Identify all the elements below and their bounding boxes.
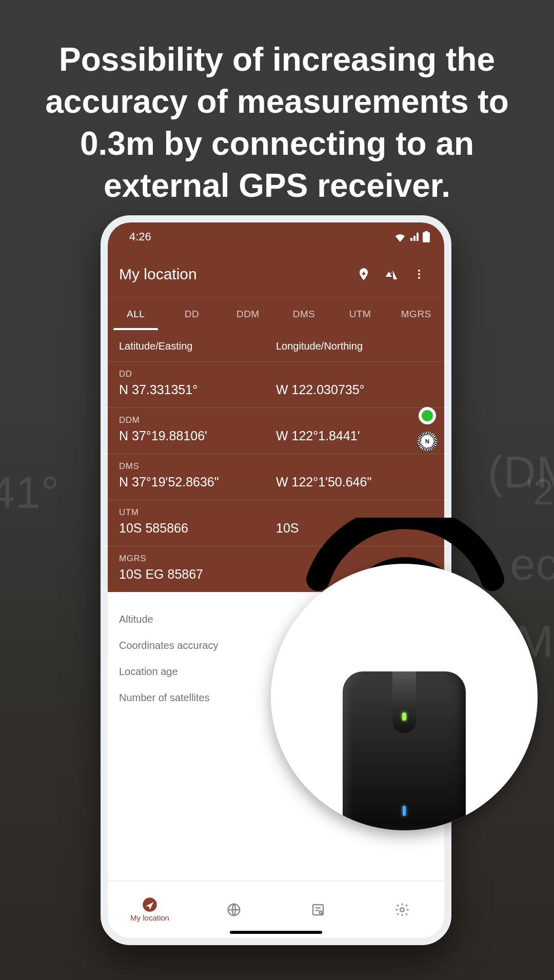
status-bar: 4:26 — [108, 222, 444, 251]
nav-settings[interactable] — [360, 881, 444, 938]
tab-dms[interactable]: DMS — [276, 297, 332, 330]
terrain-button[interactable] — [378, 260, 405, 288]
status-time: 4:26 — [129, 230, 151, 243]
svg-point-6 — [320, 911, 322, 913]
svg-point-1 — [418, 273, 420, 275]
tab-ddm[interactable]: DDM — [220, 297, 276, 330]
more-menu-button[interactable] — [405, 260, 433, 288]
external-gps-receiver-illustration — [271, 564, 538, 830]
gear-icon — [394, 902, 410, 917]
promo-title: Possibility of increasing the accuracy o… — [21, 39, 533, 207]
tab-all[interactable]: ALL — [108, 297, 164, 330]
coord-row-ddm[interactable]: DDM N 37°19.88106' W 122°1.8441' — [108, 407, 444, 454]
signal-icon — [409, 232, 420, 242]
page-title: My location — [119, 266, 350, 283]
location-arrow-icon — [142, 897, 157, 912]
lon-value: W 122°1.8441' — [276, 428, 433, 443]
bg-hint-text: eci — [510, 538, 555, 590]
battery-icon — [423, 231, 430, 242]
svg-point-7 — [400, 908, 404, 912]
detail-label: Coordinates accuracy — [119, 640, 276, 651]
compass-indicator[interactable]: N — [419, 433, 436, 450]
lon-value: 10S — [276, 521, 433, 536]
tab-utm[interactable]: UTM — [332, 297, 388, 330]
nav-label: My location — [130, 913, 169, 922]
lat-value: 10S 585866 — [119, 521, 276, 536]
format-label: DDM — [119, 415, 433, 425]
detail-label: Number of satellites — [119, 692, 276, 704]
lat-value: N 37°19.88106' — [119, 428, 276, 443]
nav-measurements[interactable] — [276, 881, 360, 938]
coord-row-dd[interactable]: DD N 37.331351° W 122.030735° — [108, 361, 444, 407]
format-label: DD — [119, 369, 433, 379]
lat-value: N 37.331351° — [119, 382, 276, 397]
tab-mgrs[interactable]: MGRS — [388, 297, 444, 330]
bottom-nav: My location — [108, 881, 444, 938]
format-label: MGRS — [119, 554, 433, 564]
globe-icon — [226, 902, 242, 917]
action-bar: My location — [108, 251, 444, 297]
lon-value: W 122°1'50.646" — [276, 475, 433, 489]
gps-status-indicator[interactable] — [419, 407, 436, 424]
nav-my-location[interactable]: My location — [108, 881, 192, 938]
format-tabs: ALL DD DDM DMS UTM MGRS — [108, 297, 444, 330]
coord-row-dms[interactable]: DMS N 37°19'52.8636" W 122°1'50.646" — [108, 454, 444, 500]
bg-hint-text: 41° — [0, 466, 60, 519]
detail-label: Location age — [119, 666, 276, 678]
svg-point-0 — [418, 270, 420, 272]
format-label: UTM — [119, 507, 433, 518]
coordinates-panel: Latitude/Easting Longitude/Northing N DD… — [108, 330, 444, 592]
column-header-lon: Longitude/Northing — [276, 340, 433, 352]
add-location-button[interactable] — [350, 260, 378, 288]
home-indicator[interactable] — [230, 931, 322, 934]
wifi-icon — [394, 232, 406, 242]
lat-value: N 37°19'52.8636" — [119, 475, 276, 489]
list-search-icon — [310, 902, 326, 917]
coord-row-utm[interactable]: UTM 10S 585866 10S — [108, 500, 444, 546]
column-header-lat: Latitude/Easting — [119, 340, 276, 352]
detail-label: Altitude — [119, 614, 276, 625]
format-label: DMS — [119, 461, 433, 472]
nav-map[interactable] — [192, 881, 276, 938]
tab-dd[interactable]: DD — [164, 297, 220, 330]
lon-value: W 122.030735° — [276, 382, 433, 397]
bg-hint-text: '26. — [526, 472, 554, 513]
svg-point-2 — [418, 277, 420, 279]
lat-value: 10S EG 85867 — [119, 567, 276, 582]
